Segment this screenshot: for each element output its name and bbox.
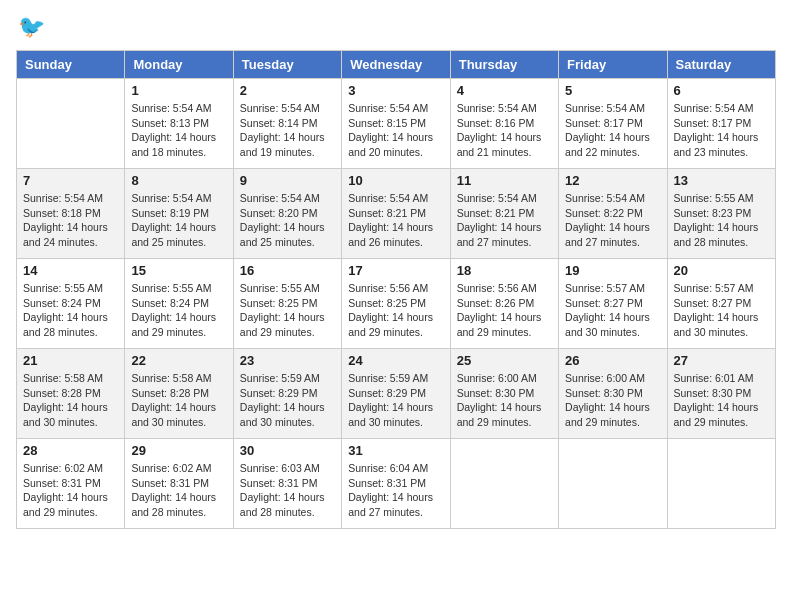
day-info: Sunrise: 5:54 AM Sunset: 8:19 PM Dayligh…	[131, 191, 226, 250]
day-info: Sunrise: 5:58 AM Sunset: 8:28 PM Dayligh…	[23, 371, 118, 430]
day-info: Sunrise: 5:54 AM Sunset: 8:13 PM Dayligh…	[131, 101, 226, 160]
calendar-cell: 12Sunrise: 5:54 AM Sunset: 8:22 PM Dayli…	[559, 169, 667, 259]
calendar-cell: 23Sunrise: 5:59 AM Sunset: 8:29 PM Dayli…	[233, 349, 341, 439]
day-info: Sunrise: 5:54 AM Sunset: 8:18 PM Dayligh…	[23, 191, 118, 250]
day-info: Sunrise: 5:57 AM Sunset: 8:27 PM Dayligh…	[674, 281, 769, 340]
calendar-cell: 29Sunrise: 6:02 AM Sunset: 8:31 PM Dayli…	[125, 439, 233, 529]
day-info: Sunrise: 6:02 AM Sunset: 8:31 PM Dayligh…	[131, 461, 226, 520]
weekday-header-wednesday: Wednesday	[342, 51, 450, 79]
day-info: Sunrise: 5:54 AM Sunset: 8:16 PM Dayligh…	[457, 101, 552, 160]
calendar-cell: 10Sunrise: 5:54 AM Sunset: 8:21 PM Dayli…	[342, 169, 450, 259]
day-info: Sunrise: 5:57 AM Sunset: 8:27 PM Dayligh…	[565, 281, 660, 340]
calendar-cell: 13Sunrise: 5:55 AM Sunset: 8:23 PM Dayli…	[667, 169, 775, 259]
calendar-cell: 2Sunrise: 5:54 AM Sunset: 8:14 PM Daylig…	[233, 79, 341, 169]
day-info: Sunrise: 6:02 AM Sunset: 8:31 PM Dayligh…	[23, 461, 118, 520]
day-info: Sunrise: 6:04 AM Sunset: 8:31 PM Dayligh…	[348, 461, 443, 520]
day-info: Sunrise: 5:55 AM Sunset: 8:23 PM Dayligh…	[674, 191, 769, 250]
day-number: 14	[23, 263, 118, 278]
calendar-cell: 9Sunrise: 5:54 AM Sunset: 8:20 PM Daylig…	[233, 169, 341, 259]
calendar-cell: 1Sunrise: 5:54 AM Sunset: 8:13 PM Daylig…	[125, 79, 233, 169]
calendar-cell: 6Sunrise: 5:54 AM Sunset: 8:17 PM Daylig…	[667, 79, 775, 169]
calendar-cell: 14Sunrise: 5:55 AM Sunset: 8:24 PM Dayli…	[17, 259, 125, 349]
day-info: Sunrise: 5:58 AM Sunset: 8:28 PM Dayligh…	[131, 371, 226, 430]
calendar-cell: 26Sunrise: 6:00 AM Sunset: 8:30 PM Dayli…	[559, 349, 667, 439]
calendar-week-row: 7Sunrise: 5:54 AM Sunset: 8:18 PM Daylig…	[17, 169, 776, 259]
day-number: 2	[240, 83, 335, 98]
day-info: Sunrise: 5:59 AM Sunset: 8:29 PM Dayligh…	[348, 371, 443, 430]
day-number: 17	[348, 263, 443, 278]
day-info: Sunrise: 5:54 AM Sunset: 8:14 PM Dayligh…	[240, 101, 335, 160]
calendar-cell: 27Sunrise: 6:01 AM Sunset: 8:30 PM Dayli…	[667, 349, 775, 439]
day-number: 13	[674, 173, 769, 188]
calendar-cell	[559, 439, 667, 529]
day-info: Sunrise: 5:54 AM Sunset: 8:21 PM Dayligh…	[457, 191, 552, 250]
calendar-cell: 24Sunrise: 5:59 AM Sunset: 8:29 PM Dayli…	[342, 349, 450, 439]
day-number: 5	[565, 83, 660, 98]
day-number: 29	[131, 443, 226, 458]
weekday-header-sunday: Sunday	[17, 51, 125, 79]
day-info: Sunrise: 5:56 AM Sunset: 8:26 PM Dayligh…	[457, 281, 552, 340]
day-info: Sunrise: 5:56 AM Sunset: 8:25 PM Dayligh…	[348, 281, 443, 340]
day-info: Sunrise: 5:55 AM Sunset: 8:24 PM Dayligh…	[131, 281, 226, 340]
calendar-cell	[667, 439, 775, 529]
logo-bird-icon: 🐦	[18, 14, 45, 39]
day-number: 30	[240, 443, 335, 458]
day-number: 3	[348, 83, 443, 98]
weekday-header-thursday: Thursday	[450, 51, 558, 79]
day-number: 21	[23, 353, 118, 368]
weekday-header-friday: Friday	[559, 51, 667, 79]
day-info: Sunrise: 6:01 AM Sunset: 8:30 PM Dayligh…	[674, 371, 769, 430]
day-info: Sunrise: 5:54 AM Sunset: 8:20 PM Dayligh…	[240, 191, 335, 250]
day-info: Sunrise: 6:03 AM Sunset: 8:31 PM Dayligh…	[240, 461, 335, 520]
calendar-cell: 11Sunrise: 5:54 AM Sunset: 8:21 PM Dayli…	[450, 169, 558, 259]
day-info: Sunrise: 6:00 AM Sunset: 8:30 PM Dayligh…	[565, 371, 660, 430]
day-number: 15	[131, 263, 226, 278]
calendar-cell: 18Sunrise: 5:56 AM Sunset: 8:26 PM Dayli…	[450, 259, 558, 349]
weekday-header-row: SundayMondayTuesdayWednesdayThursdayFrid…	[17, 51, 776, 79]
day-number: 10	[348, 173, 443, 188]
day-number: 19	[565, 263, 660, 278]
calendar-cell: 31Sunrise: 6:04 AM Sunset: 8:31 PM Dayli…	[342, 439, 450, 529]
day-number: 18	[457, 263, 552, 278]
calendar-cell: 15Sunrise: 5:55 AM Sunset: 8:24 PM Dayli…	[125, 259, 233, 349]
calendar-cell: 17Sunrise: 5:56 AM Sunset: 8:25 PM Dayli…	[342, 259, 450, 349]
day-number: 9	[240, 173, 335, 188]
calendar-week-row: 14Sunrise: 5:55 AM Sunset: 8:24 PM Dayli…	[17, 259, 776, 349]
day-number: 11	[457, 173, 552, 188]
calendar-cell: 28Sunrise: 6:02 AM Sunset: 8:31 PM Dayli…	[17, 439, 125, 529]
page-header: 🐦	[16, 16, 776, 38]
day-number: 12	[565, 173, 660, 188]
day-number: 22	[131, 353, 226, 368]
calendar-week-row: 28Sunrise: 6:02 AM Sunset: 8:31 PM Dayli…	[17, 439, 776, 529]
weekday-header-saturday: Saturday	[667, 51, 775, 79]
calendar-cell	[450, 439, 558, 529]
day-number: 4	[457, 83, 552, 98]
day-number: 8	[131, 173, 226, 188]
calendar-cell: 3Sunrise: 5:54 AM Sunset: 8:15 PM Daylig…	[342, 79, 450, 169]
calendar-cell: 16Sunrise: 5:55 AM Sunset: 8:25 PM Dayli…	[233, 259, 341, 349]
day-info: Sunrise: 5:54 AM Sunset: 8:17 PM Dayligh…	[565, 101, 660, 160]
calendar-cell	[17, 79, 125, 169]
calendar-table: SundayMondayTuesdayWednesdayThursdayFrid…	[16, 50, 776, 529]
day-number: 25	[457, 353, 552, 368]
calendar-cell: 8Sunrise: 5:54 AM Sunset: 8:19 PM Daylig…	[125, 169, 233, 259]
day-number: 31	[348, 443, 443, 458]
day-info: Sunrise: 5:54 AM Sunset: 8:17 PM Dayligh…	[674, 101, 769, 160]
day-number: 28	[23, 443, 118, 458]
calendar-cell: 21Sunrise: 5:58 AM Sunset: 8:28 PM Dayli…	[17, 349, 125, 439]
calendar-week-row: 1Sunrise: 5:54 AM Sunset: 8:13 PM Daylig…	[17, 79, 776, 169]
weekday-header-tuesday: Tuesday	[233, 51, 341, 79]
day-number: 7	[23, 173, 118, 188]
day-info: Sunrise: 6:00 AM Sunset: 8:30 PM Dayligh…	[457, 371, 552, 430]
day-number: 24	[348, 353, 443, 368]
calendar-week-row: 21Sunrise: 5:58 AM Sunset: 8:28 PM Dayli…	[17, 349, 776, 439]
day-info: Sunrise: 5:54 AM Sunset: 8:15 PM Dayligh…	[348, 101, 443, 160]
weekday-header-monday: Monday	[125, 51, 233, 79]
day-info: Sunrise: 5:54 AM Sunset: 8:22 PM Dayligh…	[565, 191, 660, 250]
logo: 🐦	[16, 16, 45, 38]
day-number: 16	[240, 263, 335, 278]
day-info: Sunrise: 5:55 AM Sunset: 8:24 PM Dayligh…	[23, 281, 118, 340]
calendar-cell: 25Sunrise: 6:00 AM Sunset: 8:30 PM Dayli…	[450, 349, 558, 439]
day-number: 20	[674, 263, 769, 278]
calendar-cell: 30Sunrise: 6:03 AM Sunset: 8:31 PM Dayli…	[233, 439, 341, 529]
